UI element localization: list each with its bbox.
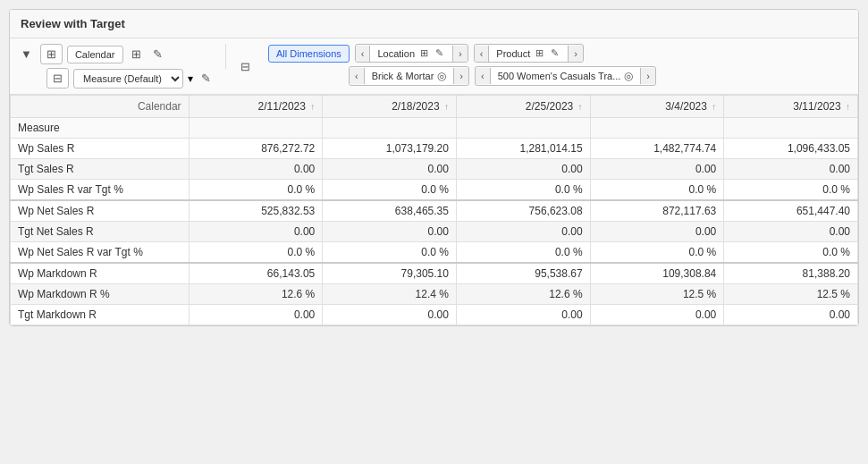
dimension-controls: All Dimensions ‹ Location ⊞ ✎ › ‹ Produc… [268, 44, 656, 86]
cell-value: 95,538.67 [456, 263, 590, 284]
cell-value: 0.0 % [456, 180, 590, 201]
cell-value: 651,447.40 [724, 200, 858, 222]
cell-value: 1,482,774.74 [590, 139, 724, 159]
cell-value: 0.00 [189, 305, 323, 325]
data-table-container: Calendar 2/11/2023 ↑ 2/18/2023 ↑ 2/25/20… [10, 95, 858, 325]
product-detail-nav: ‹ 500 Women's Casuals Tra... ◎ › [475, 66, 656, 86]
collapse-button[interactable]: ▼ [17, 46, 36, 63]
cell-value: 0.0 % [590, 242, 724, 264]
cell-value: 0.00 [724, 305, 858, 325]
data-table: Calendar 2/11/2023 ↑ 2/18/2023 ↑ 2/25/20… [10, 95, 858, 325]
cell-value: 0.0 % [724, 242, 858, 264]
col-header-1: 2/18/2023 ↑ [323, 96, 457, 118]
all-dimensions-button[interactable]: All Dimensions [268, 45, 350, 63]
location-nav-right[interactable]: › [452, 46, 468, 62]
cell-value: 0.00 [323, 222, 457, 242]
table-row: Wp Markdown R %12.6 %12.4 %12.6 %12.5 %1… [11, 284, 858, 305]
expand-button[interactable]: ⊞ [40, 44, 63, 64]
cell-value: 66,143.05 [189, 263, 323, 284]
dim-top-row: All Dimensions ‹ Location ⊞ ✎ › ‹ Produc… [268, 44, 656, 63]
cell-value: 0.0 % [189, 180, 323, 201]
sort-icon-0: ↑ [310, 102, 315, 112]
table-row: Tgt Markdown R0.000.000.000.000.00 [11, 305, 858, 325]
target-icon-brick: ◎ [437, 70, 446, 82]
column-header-row: Calendar 2/11/2023 ↑ 2/18/2023 ↑ 2/25/20… [11, 96, 858, 118]
col-header-3: 3/4/2023 ↑ [590, 96, 724, 118]
row-label: Tgt Markdown R [11, 305, 190, 325]
cell-value: 0.00 [456, 222, 590, 242]
calendar-label: Calendar [75, 49, 115, 60]
sort-icon-3: ↑ [712, 102, 716, 112]
cell-value: 79,305.10 [323, 263, 457, 284]
cell-value: 0.00 [456, 305, 590, 325]
cell-value: 0.00 [724, 222, 858, 242]
cell-value: 1,281,014.15 [456, 139, 590, 159]
layout-icon[interactable]: ⊟ [237, 58, 254, 75]
edit-measure-icon[interactable]: ✎ [198, 70, 215, 87]
table-row: Tgt Sales R0.000.000.000.000.00 [11, 159, 858, 180]
col-header-2: 2/25/2023 ↑ [456, 96, 590, 118]
top-row: ▼ ⊞ Calendar ⊞ ✎ [17, 44, 215, 64]
table-row: Wp Markdown R66,143.0579,305.1095,538.67… [11, 263, 858, 284]
row-label: Wp Net Sales R [11, 200, 190, 222]
measure-group-label: Measure [11, 118, 190, 139]
location-edit-icon[interactable]: ✎ [434, 47, 445, 59]
cell-value: 0.0 % [189, 242, 323, 264]
toolbar: ▼ ⊞ Calendar ⊞ ✎ ⊟ Measure (Default) ▾ ✎… [10, 38, 858, 95]
brick-nav-right[interactable]: › [453, 68, 468, 84]
col-header-0: 2/11/2023 ↑ [189, 96, 323, 118]
edit-calendar-icon[interactable]: ✎ [149, 46, 166, 63]
row-label: Tgt Net Sales R [11, 222, 190, 242]
brick-mortar-label: Brick & Mortar ◎ [365, 67, 454, 85]
product-detail-nav-right[interactable]: › [640, 68, 655, 84]
product-detail-nav-left[interactable]: ‹ [476, 68, 491, 84]
row-label: Wp Net Sales R var Tgt % [11, 242, 190, 264]
brick-nav-left[interactable]: ‹ [350, 68, 365, 84]
cell-value: 81,388.20 [724, 263, 858, 284]
product-edit-icon[interactable]: ✎ [549, 47, 560, 59]
cell-value: 12.5 % [590, 284, 724, 305]
cell-value: 0.0 % [323, 242, 457, 264]
cell-value: 0.0 % [590, 180, 724, 201]
cell-value: 1,096,433.05 [724, 139, 858, 159]
location-nav-left[interactable]: ‹ [356, 46, 371, 62]
location-nav: ‹ Location ⊞ ✎ › [355, 44, 468, 63]
cell-value: 0.0 % [323, 180, 457, 201]
measure-select[interactable]: Measure (Default) [73, 69, 183, 89]
divider-1 [225, 44, 226, 69]
table-row: Wp Sales R876,272.721,073,179.201,281,01… [11, 139, 858, 159]
cell-value: 12.5 % [724, 284, 858, 305]
col-header-4: 3/11/2023 ↑ [724, 96, 858, 118]
cell-value: 0.0 % [456, 242, 590, 264]
sort-icon-4: ↑ [846, 102, 850, 112]
cell-value: 1,073,179.20 [323, 139, 457, 159]
row-label: Wp Sales R [11, 139, 190, 159]
column-toggle[interactable]: ⊟ [46, 68, 69, 89]
brick-mortar-nav: ‹ Brick & Mortar ◎ › [349, 66, 469, 86]
row-label: Tgt Sales R [11, 159, 190, 180]
main-panel: Review with Target ▼ ⊞ Calendar ⊞ ✎ ⊟ Me… [9, 9, 859, 326]
cell-value: 0.00 [724, 159, 858, 180]
hierarchy-icon[interactable]: ⊞ [128, 46, 145, 63]
table-body: Measure Wp Sales R876,272.721,073,179.20… [11, 118, 858, 325]
product-nav-left[interactable]: ‹ [475, 46, 490, 62]
cell-value: 0.00 [456, 159, 590, 180]
row-label: Wp Markdown R % [11, 284, 190, 305]
sort-icon-2: ↑ [578, 102, 583, 112]
cell-value: 876,272.72 [189, 139, 323, 159]
product-detail-value: 500 Women's Casuals Tra... ◎ [491, 67, 641, 85]
product-nav-right[interactable]: › [568, 46, 583, 62]
sort-icon-1: ↑ [444, 102, 449, 112]
table-row: Tgt Net Sales R0.000.000.000.000.00 [11, 222, 858, 242]
cell-value: 638,465.35 [323, 200, 457, 222]
product-hierarchy-icon[interactable]: ⊞ [534, 47, 545, 59]
cell-value: 109,308.84 [590, 263, 724, 284]
bottom-row: ⊟ Measure (Default) ▾ ✎ [17, 68, 215, 89]
location-hierarchy-icon[interactable]: ⊞ [418, 47, 430, 59]
calendar-button[interactable]: Calendar [67, 46, 123, 63]
all-dimensions-label: All Dimensions [276, 48, 341, 59]
row-label: Wp Sales R var Tgt % [11, 180, 190, 201]
cell-value: 0.00 [590, 159, 724, 180]
cell-value: 0.00 [189, 159, 323, 180]
cell-value: 0.0 % [724, 180, 858, 201]
